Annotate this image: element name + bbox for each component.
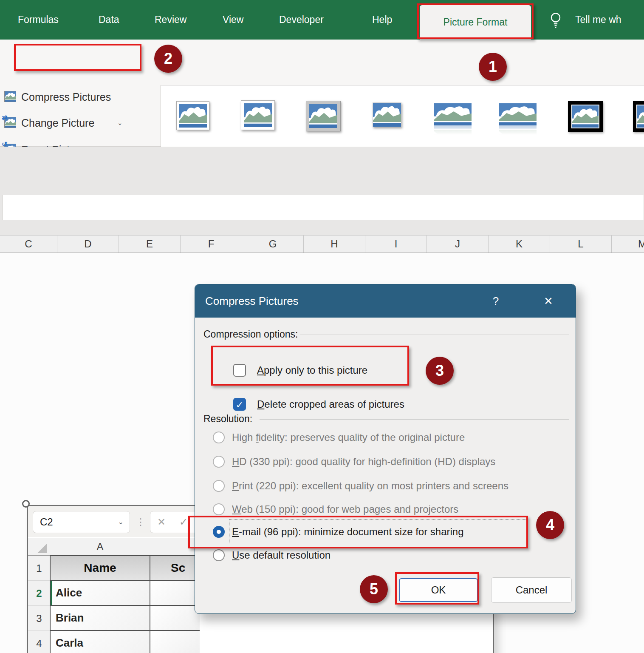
cell-a3[interactable]: Brian [51, 606, 150, 631]
ribbon-button-change-picture[interactable]: ⇄Change Picture⌄ [3, 111, 94, 135]
column-header-J[interactable]: J [427, 236, 489, 253]
name-box[interactable]: C2 ⌄ [33, 511, 130, 533]
thumbnail-reflection [434, 125, 472, 136]
column-header-L[interactable]: L [550, 236, 612, 253]
active-cell-indicator [51, 581, 52, 605]
column-headers: CDEFGHIJKLM [0, 235, 644, 253]
column-header-F[interactable]: F [181, 236, 242, 253]
annotation-badge-1: 1 [479, 53, 507, 81]
picture-style-thumbnail-5[interactable] [434, 103, 472, 136]
picture-style-thumbnail-3[interactable] [306, 101, 341, 131]
picture-resize-handle-1[interactable] [22, 500, 30, 508]
row-header-2[interactable]: 2 [28, 581, 50, 606]
below-ribbon-area [0, 147, 644, 235]
name-box-value: C2 [40, 516, 53, 528]
tab-help[interactable]: Help [372, 0, 392, 40]
select-all-corner[interactable] [37, 544, 47, 553]
thumbnail-frame [633, 101, 644, 132]
picture-style-thumbnail-6[interactable] [499, 103, 537, 136]
formula-bar-grip-icon: ⋮ [136, 511, 144, 533]
cell-b3[interactable] [150, 606, 200, 631]
annotation-badge-4: 4 [536, 511, 564, 539]
picture-style-thumbnail-2[interactable] [241, 100, 275, 130]
picture-style-thumbnail-4[interactable] [373, 102, 401, 127]
row-header-1[interactable]: 1 [28, 556, 50, 581]
enter-formula-icon[interactable]: ✓ [179, 511, 188, 533]
dialog-close-icon[interactable]: ✕ [536, 284, 561, 318]
column-header-I[interactable]: I [365, 236, 427, 253]
radio-row-2: HD (330 ppi): good quality for high-defi… [195, 453, 576, 470]
column-header-M[interactable]: M [612, 236, 644, 253]
radio-unselected[interactable] [213, 456, 225, 468]
row-header-4[interactable]: 4 [28, 631, 50, 653]
annotation-badge-5: 5 [360, 575, 388, 603]
outer-formula-bar[interactable] [3, 195, 644, 220]
lightbulb-icon [547, 11, 564, 30]
radio-row-4: Web (150 ppi): good for web pages and pr… [195, 501, 576, 518]
radio-label[interactable]: HD (330 ppi): good quality for high-defi… [232, 453, 495, 470]
cell-a1-name-header[interactable]: Name [51, 556, 150, 581]
radio-unselected[interactable] [213, 432, 225, 443]
thumbnail-frame [241, 100, 275, 130]
radio-label[interactable]: High fidelity: preserves quality of the … [232, 429, 465, 446]
radio-label[interactable]: Print (220 ppi): excellent quality on mo… [232, 477, 508, 494]
change-picture-icon-overlay: ⇄ [2, 114, 7, 122]
column-header-E[interactable]: E [119, 236, 181, 253]
tab-developer[interactable]: Developer [279, 0, 324, 40]
radio-unselected[interactable] [213, 503, 225, 515]
radio-row-3: Print (220 ppi): excellent quality on mo… [195, 477, 576, 494]
cell-b2[interactable] [150, 581, 200, 606]
app-window: FormulasDataReviewViewDeveloperHelp Pict… [0, 0, 644, 653]
radio-unselected[interactable] [213, 480, 225, 492]
checkbox-label[interactable]: Delete cropped areas of pictures [257, 398, 404, 410]
checkbox-row-2: ✓Delete cropped areas of pictures [195, 396, 576, 413]
column-header-C[interactable]: C [0, 236, 57, 253]
checkbox-checked[interactable]: ✓ [233, 398, 246, 411]
cell-a4[interactable]: Carla [51, 631, 150, 653]
dropdown-chevron-icon[interactable]: ⌄ [117, 119, 123, 127]
radio-label[interactable]: Web (150 ppi): good for web pages and pr… [232, 501, 458, 518]
radio-unselected[interactable] [213, 549, 225, 561]
compress-picture-icon [3, 90, 17, 104]
tab-data[interactable]: Data [99, 0, 119, 40]
picture-style-thumbnail-7[interactable] [568, 101, 603, 132]
picture-style-thumbnail-1[interactable] [176, 101, 209, 130]
annotation-box-apply-only [211, 346, 409, 386]
ribbon-button-compress-pictures[interactable]: Compress Pictures [3, 85, 111, 109]
tell-me-search[interactable]: Tell me wh [575, 0, 621, 40]
column-header-H[interactable]: H [304, 236, 365, 253]
dialog-help-button[interactable]: ? [483, 284, 508, 318]
row-header-3[interactable]: 3 [28, 606, 50, 631]
cell-b4[interactable] [150, 631, 200, 653]
annotation-box-picture-format-tab [417, 3, 534, 39]
cancel-button[interactable]: Cancel [491, 577, 572, 603]
thumbnail-frame [373, 102, 401, 127]
cell-a2[interactable]: Alice [51, 581, 150, 606]
tab-formulas[interactable]: Formulas [18, 0, 59, 40]
picture-border-left [27, 505, 28, 653]
column-header-G[interactable]: G [242, 236, 304, 253]
tab-view[interactable]: View [223, 0, 243, 40]
tab-review[interactable]: Review [155, 0, 186, 40]
picture-style-thumbnail-8[interactable] [633, 101, 644, 132]
dialog-title-bar[interactable]: Compress Pictures ? ✕ [195, 284, 576, 318]
thumbnail-frame [434, 103, 472, 125]
table-border-top [50, 555, 200, 556]
ribbon-button-label: Compress Pictures [21, 91, 111, 103]
ribbon-button-label: Change Picture [21, 117, 94, 129]
thumbnail-reflection [499, 125, 537, 136]
column-header-D[interactable]: D [57, 236, 119, 253]
annotation-badge-3: 3 [426, 357, 454, 385]
cell-b1-score-header[interactable]: Sc [150, 556, 200, 581]
compress-pictures-dialog: Compress Pictures ? ✕ Compression option… [195, 284, 576, 614]
cancel-formula-icon[interactable]: ✕ [157, 511, 166, 533]
name-box-chevron-icon[interactable]: ⌄ [118, 511, 124, 533]
radio-label[interactable]: Use default resolution [232, 547, 330, 564]
annotation-box-compress-pictures [14, 44, 141, 71]
column-a-header[interactable]: A [51, 538, 150, 556]
thumbnail-frame [499, 103, 537, 125]
column-header-K[interactable]: K [489, 236, 550, 253]
thumbnail-frame [176, 101, 209, 130]
table-border-middle [150, 556, 150, 653]
radio-row-1: High fidelity: preserves quality of the … [195, 429, 576, 446]
